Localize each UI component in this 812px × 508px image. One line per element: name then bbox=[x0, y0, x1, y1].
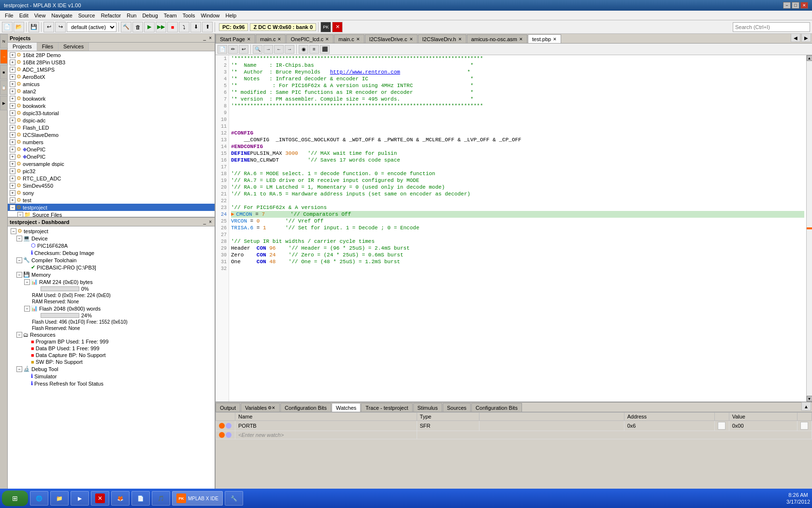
tab-files[interactable]: Files bbox=[37, 43, 58, 51]
toolbar-run[interactable]: ▶ bbox=[144, 22, 155, 32]
expand-icon[interactable]: + bbox=[10, 67, 15, 73]
tree-item-onepic1[interactable]: +⚙ ◆OnePIC bbox=[8, 146, 215, 153]
toolbar-step-into[interactable]: ⬇ bbox=[190, 22, 201, 32]
taskbar-app1[interactable]: ✕ bbox=[91, 491, 109, 506]
toolbar-step-over[interactable]: ⤵ bbox=[179, 22, 189, 32]
tab-projects[interactable]: Projects bbox=[8, 43, 37, 51]
toolbar-debug[interactable]: ▶▶ bbox=[156, 22, 166, 32]
expand-icon[interactable]: − bbox=[24, 306, 30, 312]
tab-close-i2c-drive[interactable]: ✕ bbox=[409, 37, 413, 42]
tab-close-i2c-drv[interactable]: ✕ bbox=[458, 37, 462, 42]
scroll-up[interactable]: ▲ bbox=[807, 55, 812, 61]
ed-btn-debug[interactable]: ⬛ bbox=[320, 45, 330, 54]
tab-test-pbp[interactable]: test.pbp ✕ bbox=[528, 34, 561, 43]
expand-icon[interactable]: + bbox=[10, 132, 15, 138]
dash-flash[interactable]: − 📊 Flash 2048 (0x800) words bbox=[9, 305, 214, 312]
dash-testproject[interactable]: − ⚙ testproject bbox=[9, 227, 214, 235]
code-area[interactable]: '***************************************… bbox=[229, 55, 806, 402]
toolbar-step-out[interactable]: ⬆ bbox=[202, 22, 213, 32]
watches-expand[interactable]: ▲ bbox=[801, 402, 811, 411]
projects-minimize[interactable]: _ bbox=[203, 35, 207, 41]
tree-item-bookwork2[interactable]: +⚙ bookwork bbox=[8, 102, 215, 109]
taskbar-mplab[interactable]: PK MPLAB X IDE bbox=[172, 491, 223, 506]
expand-icon[interactable]: − bbox=[16, 332, 22, 338]
tab-config-bits2[interactable]: Configuration Bits bbox=[471, 403, 522, 412]
tree-item-sony[interactable]: +⚙ sony bbox=[8, 189, 215, 196]
ed-btn-goto[interactable]: → bbox=[263, 45, 273, 54]
dash-picbasic[interactable]: ✔ PICBASIC-PRO [C:\PB3] bbox=[9, 264, 214, 271]
tree-item-onepic2[interactable]: +⚙ ◆OnePIC bbox=[8, 153, 215, 160]
expand-icon[interactable]: − bbox=[24, 279, 30, 285]
toolbar-programmer[interactable]: PK bbox=[320, 22, 331, 32]
ed-btn-search[interactable]: 🔍 bbox=[253, 45, 262, 54]
expand-icon[interactable]: + bbox=[10, 74, 15, 80]
tree-item-testproject[interactable]: −⚙ testproject bbox=[8, 204, 215, 211]
tree-item-atan2[interactable]: +⚙ atan2 bbox=[8, 88, 215, 95]
menu-navigate[interactable]: Navigate bbox=[48, 12, 75, 19]
toolbar-red-x[interactable]: ✕ bbox=[332, 22, 343, 32]
tab-onepic-lcd[interactable]: OnePIC_lcd.c ✕ bbox=[286, 34, 334, 43]
expand-icon[interactable]: + bbox=[10, 125, 15, 131]
tab-close-main[interactable]: ✕ bbox=[277, 37, 281, 42]
tab-close-amicus[interactable]: ✕ bbox=[519, 37, 523, 42]
dash-compiler[interactable]: − 🔧 Compiler Toolchain bbox=[9, 256, 214, 264]
toolbar-undo[interactable]: ↩ bbox=[44, 22, 54, 32]
close-button[interactable]: ✕ bbox=[800, 2, 808, 9]
tab-close-test[interactable]: ✕ bbox=[553, 37, 557, 42]
tab-trace[interactable]: Trace - testproject bbox=[361, 403, 412, 412]
expand-icon[interactable]: + bbox=[10, 190, 15, 196]
expand-icon[interactable]: + bbox=[10, 89, 15, 94]
expand-icon[interactable]: + bbox=[10, 183, 15, 189]
ed-btn-bplist[interactable]: ≡ bbox=[309, 45, 319, 54]
toolbar-new[interactable]: 📄 bbox=[2, 22, 13, 32]
tab-watches[interactable]: Watches bbox=[332, 403, 361, 412]
expand-icon[interactable]: + bbox=[10, 81, 15, 87]
toolbar-save[interactable]: 💾 bbox=[29, 22, 39, 32]
expand-icon[interactable]: − bbox=[16, 257, 22, 263]
ed-btn-bp[interactable]: ◉ bbox=[299, 45, 308, 54]
tab-services[interactable]: Services bbox=[58, 43, 89, 51]
projects-close[interactable]: × bbox=[208, 35, 213, 41]
minimize-button[interactable]: − bbox=[783, 2, 791, 9]
search-input[interactable] bbox=[733, 22, 810, 32]
watch-val-edit[interactable] bbox=[800, 422, 808, 430]
menu-debug[interactable]: Debug bbox=[139, 12, 160, 19]
expand-icon[interactable]: + bbox=[10, 96, 15, 102]
tree-item-bookwork1[interactable]: +⚙ bookwork bbox=[8, 95, 215, 102]
expand-icon[interactable]: + bbox=[10, 60, 15, 65]
tree-item-i2cslave[interactable]: +⚙ I2CSlaveDemo bbox=[8, 131, 215, 138]
tree-item-flashled[interactable]: +⚙ Flash_LED bbox=[8, 124, 215, 131]
nav-icon-5[interactable]: ▶ bbox=[0, 96, 8, 110]
tab-main-c2[interactable]: main.c ✕ bbox=[334, 34, 364, 43]
ed-btn-fwd[interactable]: → bbox=[285, 45, 294, 54]
expand-icon[interactable]: + bbox=[10, 176, 15, 181]
tab-close-main2[interactable]: ✕ bbox=[356, 37, 360, 42]
expand-icon[interactable]: + bbox=[10, 103, 15, 109]
dash-debug-tool[interactable]: − 🔬 Debug Tool bbox=[9, 365, 214, 373]
tree-item-sourcefiles[interactable]: −📁 Source Files bbox=[8, 211, 215, 217]
expand-icon[interactable]: + bbox=[10, 139, 15, 145]
expand-icon[interactable]: + bbox=[10, 52, 15, 58]
tab-start-page[interactable]: Start Page ✕ bbox=[216, 34, 255, 43]
tab-i2cslave-drive[interactable]: I2CSlaveDrive.c ✕ bbox=[365, 34, 418, 43]
taskbar-tool[interactable]: 🔧 bbox=[225, 491, 243, 506]
toolbar-stop[interactable]: ■ bbox=[167, 22, 178, 32]
tree-item-adc[interactable]: +⚙ ADC_1MSPS bbox=[8, 66, 215, 73]
taskbar-firefox[interactable]: 🦊 bbox=[111, 491, 130, 506]
expand-icon[interactable]: − bbox=[16, 236, 22, 241]
expand-icon[interactable]: − bbox=[10, 205, 15, 210]
dash-checksum[interactable]: ℹ Checksum: Debug Image bbox=[9, 249, 214, 256]
menu-team[interactable]: Team bbox=[161, 12, 180, 19]
menu-file[interactable]: File bbox=[2, 12, 16, 19]
menu-edit[interactable]: Edit bbox=[16, 12, 31, 19]
dashboard-close[interactable]: × bbox=[208, 219, 213, 224]
code-scrollbar[interactable]: ▲ ▼ bbox=[806, 55, 812, 402]
tab-scroll-right[interactable]: ▶ bbox=[801, 34, 811, 42]
watch-row-new[interactable]: <Enter new watch> bbox=[216, 431, 812, 439]
watch-new-name[interactable]: <Enter new watch> bbox=[235, 431, 417, 439]
nav-icon-4[interactable]: 📋 bbox=[0, 80, 8, 95]
nav-icon-3[interactable]: ■ bbox=[0, 65, 8, 79]
tab-sources[interactable]: Sources bbox=[443, 403, 471, 412]
tab-amicus[interactable]: amicus-no-osc.asm ✕ bbox=[467, 34, 527, 43]
start-button[interactable]: ⊞ bbox=[2, 491, 28, 506]
